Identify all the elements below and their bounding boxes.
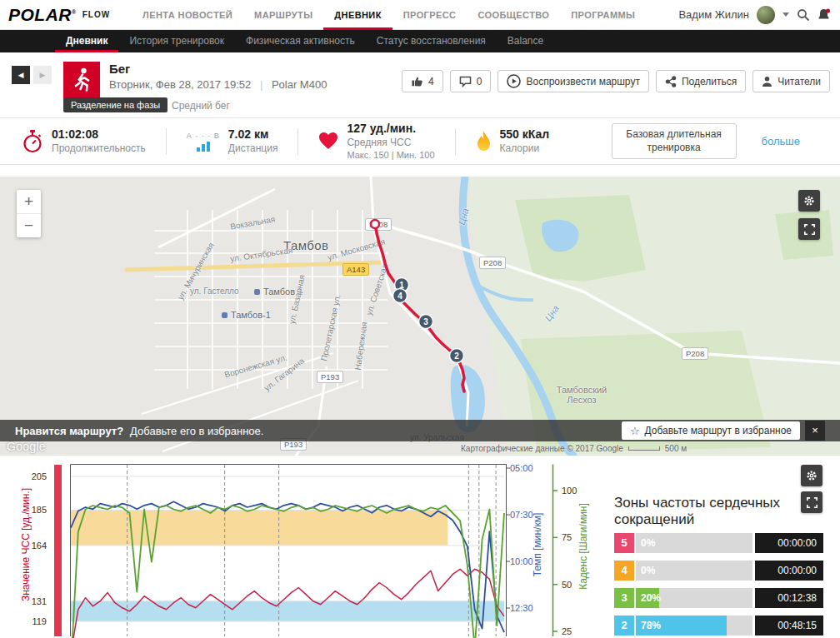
zone-number: 2 [614,616,634,636]
phase-start-bar [54,465,62,636]
avg-hr-label: Средняя ЧСС [347,137,434,149]
map-settings-button[interactable] [798,190,820,212]
heart-rate-stat: 127 уд./мин. Средняя ЧСС Макс. 150 | Мин… [318,122,434,161]
heart-icon [318,132,338,150]
person-icon [762,76,772,87]
map-zoom-control: + − [17,190,41,237]
diary-subnav: ДневникИстория тренировокФизическая акти… [0,30,840,52]
polar-logo[interactable]: POLAR® [8,5,77,25]
session-datetime: Вторник, Фев 28, 2017 19:52 [109,78,251,91]
comment-bubble-icon [459,76,472,87]
training-target-button[interactable]: Базовая длительная тренировка [612,123,737,159]
nav-item-4[interactable]: СООБЩЕСТВО [467,0,560,30]
svg-text:4: 4 [398,292,402,301]
avatar[interactable] [757,6,775,24]
hr-max-min: Макс. 150 | Мин. 100 [347,149,434,161]
svg-text:2: 2 [454,351,459,361]
play-circle-icon [507,74,521,88]
zone-percent: 0% [641,561,655,581]
favorites-button-label: Добавьте маршрут в избранное [645,425,792,436]
duration-value: 01:02:08 [52,127,146,142]
polar-flow-app: POLAR® FLOW ЛЕНТА НОВОСТЕЙМАРШРУТЫДНЕВНИ… [0,0,840,638]
zone-time: 00:48:15 [755,616,823,636]
comments-button[interactable]: 0 [450,70,492,92]
subnav-item-3[interactable]: Статус восстановления [366,30,497,52]
more-link[interactable]: больше [762,135,800,147]
stat-divider [455,128,456,155]
subnav-item-0[interactable]: Дневник [55,30,118,52]
session-subtitle: Вторник, Фев 28, 2017 19:52 | Polar M400 [109,78,327,91]
next-session-button[interactable]: ▶ [33,66,52,84]
route-map[interactable]: 1432 ТамбовТамбов 1Тамбов-1Тамбовский Ле… [0,177,840,456]
map-scale-label: 500 м [665,444,687,453]
zone-band [71,601,504,621]
map-fullscreen-button[interactable] [798,218,820,240]
nav-item-2[interactable]: ДНЕВНИК [323,0,392,30]
cad-tick-label: 50 [562,579,572,591]
search-icon[interactable] [797,8,810,22]
route-start-marker [371,220,379,228]
hr-zone-3-row: 320%00:12:38 [614,588,827,608]
previous-session-button[interactable]: ◀ [12,66,30,84]
stopwatch-icon [22,129,43,154]
session-header: ◀ ▶ Бег Вторник, Фев 28, 2017 19:52 | Po… [0,52,840,117]
comment-count: 0 [477,76,482,87]
flame-icon [476,131,492,152]
subnav-item-4[interactable]: Balance [497,30,554,52]
pace-axis-title: Темп [мин/км] [532,457,543,632]
zone-time: 00:00:00 [755,561,823,581]
attribution-text: Картографические данные © 2017 Google [461,444,623,453]
route-polyline [375,223,464,391]
avg-hr-value: 127 уд./мин. [347,122,434,137]
nav-item-5[interactable]: ПРОГРАММЫ [560,0,646,30]
svg-text:3: 3 [423,317,428,326]
nav-item-1[interactable]: МАРШРУТЫ [243,0,323,30]
phase-split-tag[interactable]: Разделение на фазы [63,97,168,112]
followers-button[interactable]: Читатели [752,70,830,92]
nav-item-3[interactable]: ПРОГРЕСС [392,0,468,30]
like-button[interactable]: 4 [402,70,443,92]
training-curves-section: 20518516413111905:0007:3010:0012:3010075… [0,456,840,638]
notifications-bell-icon[interactable] [818,8,830,22]
subnav-item-1[interactable]: История тренировок [118,30,235,52]
hr-zones-title: Зоны частоты сердечных сокращений [614,495,798,527]
share-button[interactable]: Поделиться [656,70,746,92]
chart-settings-button[interactable] [801,465,822,486]
share-icon [665,76,677,87]
hr-zone-4-row: 40%00:00:00 [614,561,827,581]
pace-tick-label: 07:30 [510,509,533,521]
curves-chart[interactable] [50,463,583,638]
cad-tick-label: 25 [562,626,572,637]
zone-number: 5 [614,533,634,553]
stat-divider [166,128,167,155]
hr-zone-rows: 50%00:00:0040%00:00:00320%00:12:38278%00… [614,533,827,636]
zone-percent: 78% [641,616,661,636]
user-name[interactable]: Вадим Жилин [678,8,749,21]
pace-tick-label: 12:30 [510,602,533,614]
thumbs-up-icon [411,75,423,87]
user-area: Вадим Жилин [678,6,830,24]
hr-zone-5-row: 50%00:00:00 [614,533,827,553]
nav-item-0[interactable]: ЛЕНТА НОВОСТЕЙ [132,0,243,30]
star-icon: ☆ [630,425,640,437]
pace-tick-label: 05:00 [510,462,533,474]
duration-stat: 01:02:08 Продолжительность [22,127,146,155]
calories-value: 550 кКал [500,127,550,142]
subnav-item-2[interactable]: Физическая активность [235,30,366,52]
session-actions: 4 0 Воспроизвести маршрут Поделиться Чит… [402,70,830,92]
zoom-out-button[interactable]: − [17,214,41,237]
registered-mark: ® [72,9,77,15]
flow-wordmark: FLOW [82,10,110,19]
replay-route-label: Воспроизвести маршрут [526,76,639,87]
banner-hint: Добавьте его в избранное. [130,425,263,437]
chart-fullscreen-button[interactable] [801,491,822,513]
close-banner-button[interactable]: × [805,421,825,441]
followers-label: Читатели [778,76,821,87]
device-name: Polar M400 [272,78,327,91]
zoom-in-button[interactable]: + [17,190,41,213]
chevron-down-icon[interactable] [782,12,789,17]
replay-route-button[interactable]: Воспроизвести маршрут [498,70,648,92]
add-route-to-favorites-button[interactable]: ☆ Добавьте маршрут в избранное [622,421,800,440]
zone-bar-track: 20% [636,588,752,608]
stat-divider [298,128,298,155]
